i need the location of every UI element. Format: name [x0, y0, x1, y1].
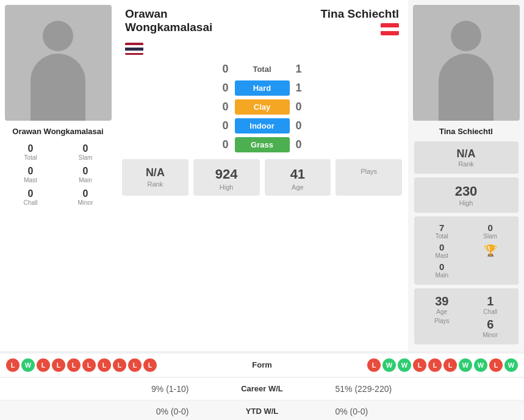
main-container: Orawan Wongkamalasai 0 Total 0 Slam 0 Ma… — [0, 0, 524, 420]
right-lower-stats: 39 Age 1 Chall Plays 6 Minor — [414, 288, 519, 344]
austria-flag — [321, 23, 399, 35]
stats-rows: 9% (1-10)Career W/L51% (229-220)0% (0-0)… — [0, 378, 524, 420]
left-plays-box: Plays — [336, 159, 402, 196]
left-age-box: 41 Age — [265, 159, 331, 196]
right-player-name: Tina Schiechtl — [434, 126, 498, 138]
center-panel: Orawan Wongkamalasai Tina Schiechtl — [116, 0, 408, 351]
stats-row: 0% (0-0)YTD W/L0% (0-0) — [0, 400, 524, 420]
names-row: Orawan Wongkamalasai Tina Schiechtl — [116, 0, 408, 55]
left-rank-box: N/A Rank — [122, 159, 188, 196]
stat-row-label: Career W/L — [201, 384, 323, 393]
grass-score-row: 0 Grass 0 — [217, 137, 308, 152]
stats-row: 9% (1-10)Career W/L51% (229-220) — [0, 378, 524, 400]
form-badge: L — [443, 358, 457, 372]
form-badge: L — [52, 358, 65, 372]
left-minor-stat: 0 Minor — [58, 186, 113, 208]
right-player-panel: Tina Schiechtl N/A Rank 230 High 7 Total… — [408, 0, 524, 351]
left-total-stat: 0 Total — [3, 141, 58, 163]
stat-row-right-value: 0% (0-0) — [323, 407, 515, 416]
left-high-box: 924 High — [193, 159, 260, 196]
form-badge: L — [82, 358, 96, 372]
left-form-badges: LWLLLLLLLL — [6, 358, 220, 372]
form-badge: L — [428, 358, 442, 372]
clay-score-row: 0 Clay 0 — [217, 99, 308, 115]
left-player-stats: 0 Total 0 Slam 0 Mast 0 Main 0 Chall — [0, 138, 116, 208]
left-avatar — [5, 5, 112, 121]
top-section: Orawan Wongkamalasai 0 Total 0 Slam 0 Ma… — [0, 0, 524, 351]
form-row: LWLLLLLLLL Form LWWLLLWWLW — [0, 354, 524, 377]
left-player-panel: Orawan Wongkamalasai 0 Total 0 Slam 0 Ma… — [0, 0, 116, 351]
center-lower-boxes: N/A Rank 924 High 41 Age Plays — [116, 154, 408, 199]
left-chall-stat: 0 Chall — [3, 186, 58, 208]
left-slam-stat: 0 Slam — [58, 141, 113, 163]
right-stats-grid: 7 Total 0 Slam 0 Mast 🏆 0 — [414, 216, 519, 285]
right-chall-stat: 1 Chall — [467, 294, 514, 315]
indoor-score-row: 0 Indoor 0 — [217, 118, 308, 133]
stat-row-left-value: 9% (1-10) — [9, 384, 201, 394]
right-minor-stat: 6 Minor — [467, 318, 514, 338]
stat-row-right-value: 51% (229-220) — [323, 384, 515, 394]
form-badge: L — [37, 358, 50, 372]
form-badge: L — [6, 358, 20, 372]
total-score-row: 0 Total 1 — [217, 62, 308, 77]
right-mast-stat: 0 Mast — [419, 242, 465, 259]
form-badge: L — [489, 358, 503, 372]
right-main-stat: 0 Main — [419, 262, 465, 279]
right-slam-stat: 0 Slam — [467, 222, 514, 240]
form-badge: W — [21, 358, 35, 372]
form-badge: W — [459, 358, 472, 372]
trophy-icon-area: 🏆 — [467, 242, 514, 259]
left-mast-stat: 0 Mast — [3, 163, 58, 186]
form-badge: L — [143, 358, 157, 372]
thai-flag — [125, 37, 212, 55]
right-rank-box: N/A Rank — [414, 141, 519, 174]
trophy-icon: 🏆 — [484, 244, 497, 257]
stat-row-label: YTD W/L — [201, 407, 323, 416]
left-player-name: Orawan Wongkamalasai — [7, 126, 108, 138]
right-name-center: Tina Schiechtl — [321, 7, 399, 55]
right-age-stat: 39 Age — [419, 294, 465, 315]
form-badge: L — [98, 358, 111, 372]
form-label: Form — [220, 360, 305, 369]
form-badge: L — [67, 358, 81, 372]
form-badge: L — [128, 358, 142, 372]
right-total-stat: 7 Total — [419, 222, 465, 240]
right-high-box: 230 High — [414, 177, 519, 213]
form-badge: W — [382, 358, 396, 372]
form-badge: W — [504, 358, 518, 372]
form-badge: L — [413, 358, 426, 372]
form-badge: L — [113, 358, 126, 372]
hard-score-row: 0 Hard 1 — [217, 80, 308, 96]
right-plays: Plays — [419, 318, 465, 338]
form-badge: W — [398, 358, 411, 372]
right-avatar — [413, 5, 520, 121]
form-badge: L — [367, 358, 381, 372]
stat-row-left-value: 0% (0-0) — [9, 407, 201, 416]
scores-area: 0 Total 1 0 Hard 1 0 Clay 0 0 Indoor — [116, 55, 408, 154]
form-badge: W — [474, 358, 487, 372]
left-name-center: Orawan Wongkamalasai — [125, 7, 212, 55]
right-form-badges: LWWLLLWWLW — [305, 358, 519, 372]
left-main-stat: 0 Main — [58, 163, 113, 186]
